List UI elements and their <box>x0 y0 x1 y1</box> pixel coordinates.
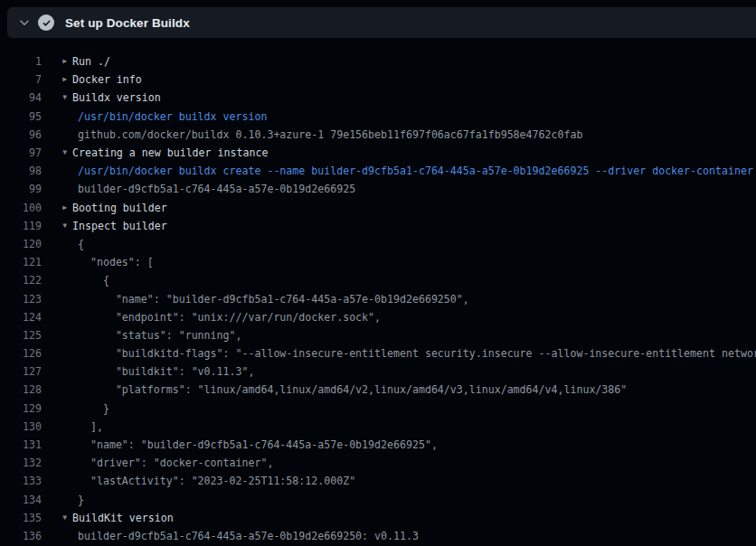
line-number[interactable]: 120 <box>0 238 42 250</box>
step-header[interactable]: Set up Docker Buildx <box>7 7 756 38</box>
chevron-down-icon <box>11 16 38 29</box>
step-title: Set up Docker Buildx <box>65 16 190 30</box>
log-text: "name": "builder-d9cfb5a1-c764-445a-a57e… <box>78 293 469 306</box>
line-number[interactable]: 94 <box>0 91 42 104</box>
log-line: 121 "nodes": [ <box>0 253 756 271</box>
log-line: 122 { <box>0 271 756 289</box>
log-text: } <box>78 402 109 415</box>
log-line: 123 "name": "builder-d9cfb5a1-c764-445a-… <box>0 289 756 307</box>
log-line: 127 "buildkit": "v0.11.3", <box>0 362 756 381</box>
log-text: "name": "builder-d9cfb5a1-c764-445a-a57e… <box>78 438 438 451</box>
log-line[interactable]: 94 ▼ Buildx version <box>0 89 756 107</box>
expanded-triangle-icon: ▼ <box>42 509 72 527</box>
log-line: 130 ], <box>0 418 756 436</box>
log-line: 133 "lastActivity": "2023-02-25T11:58:12… <box>0 472 756 490</box>
log-text: { <box>78 238 84 250</box>
log-line: 134 } <box>0 491 756 509</box>
line-number[interactable]: 123 <box>0 293 42 306</box>
expanded-triangle-icon: ▼ <box>42 144 72 162</box>
log-line[interactable]: 135 ▼ BuildKit version <box>0 509 756 527</box>
line-number[interactable]: 126 <box>0 347 42 360</box>
line-number[interactable]: 132 <box>0 457 42 469</box>
log-line: 128 "platforms": "linux/amd64,linux/amd6… <box>0 381 756 399</box>
line-number[interactable]: 97 <box>0 146 42 159</box>
line-number[interactable]: 119 <box>0 220 42 232</box>
line-number[interactable]: 134 <box>0 494 42 506</box>
log-text: Inspect builder <box>72 220 167 232</box>
line-number[interactable]: 136 <box>0 530 42 542</box>
line-number[interactable]: 96 <box>0 128 42 141</box>
log-line: 132 "driver": "docker-container", <box>0 454 756 472</box>
line-number[interactable]: 121 <box>0 256 42 268</box>
line-number[interactable]: 127 <box>0 365 42 378</box>
log-line: 98 /usr/bin/docker buildx create --name … <box>0 162 756 180</box>
log-lines: 1 ▶ Run ./ 7 ▶ Docker info 94 ▼ Buildx v… <box>0 52 756 545</box>
expanded-triangle-icon: ▼ <box>42 217 72 235</box>
log-line[interactable]: 100 ▶ Booting builder <box>0 199 756 217</box>
log-line[interactable]: 1 ▶ Run ./ <box>0 52 756 71</box>
log-line: 125 "status": "running", <box>0 326 756 344</box>
log-text: Creating a new builder instance <box>72 146 268 159</box>
log-text: builder-d9cfb5a1-c764-445a-a57e-0b19d2e6… <box>78 183 355 195</box>
check-circle-icon <box>38 14 54 31</box>
line-number[interactable]: 124 <box>0 311 42 324</box>
log-line[interactable]: 7 ▶ Docker info <box>0 71 756 89</box>
log-text: Run ./ <box>72 55 110 68</box>
log-line: 124 "endpoint": "unix:///var/run/docker.… <box>0 308 756 326</box>
log-text: { <box>78 274 109 287</box>
line-number[interactable]: 129 <box>0 402 42 415</box>
log-text: BuildKit version <box>72 512 174 524</box>
log-text: "nodes": [ <box>78 256 154 268</box>
log-text: "driver": "docker-container", <box>78 457 273 469</box>
log-text: Buildx version <box>72 91 161 104</box>
line-number[interactable]: 122 <box>0 274 42 287</box>
log-text: builder-d9cfb5a1-c764-445a-a57e-0b19d2e6… <box>78 530 419 542</box>
expanded-triangle-icon: ▼ <box>42 89 72 107</box>
log-line[interactable]: 119 ▼ Inspect builder <box>0 217 756 235</box>
collapsed-triangle-icon: ▶ <box>42 199 72 217</box>
log-line: 126 "buildkitd-flags": "--allow-insecure… <box>0 344 756 362</box>
log-text: "status": "running", <box>78 329 241 342</box>
log-text: Booting builder <box>72 202 167 214</box>
line-number[interactable]: 131 <box>0 438 42 451</box>
log-line: 136 builder-d9cfb5a1-c764-445a-a57e-0b19… <box>0 527 756 545</box>
line-number[interactable]: 135 <box>0 512 42 524</box>
line-number[interactable]: 95 <box>0 110 42 123</box>
log-text: /usr/bin/docker buildx create --name bui… <box>78 165 753 177</box>
log-text: ], <box>78 420 103 433</box>
log-text: } <box>78 494 84 506</box>
log-text: "lastActivity": "2023-02-25T11:58:12.000… <box>78 475 355 487</box>
actions-log-panel: Set up Docker Buildx 1 ▶ Run ./ 7 ▶ Dock… <box>0 0 756 546</box>
log-line: 96 github.com/docker/buildx 0.10.3+azure… <box>0 126 756 144</box>
line-number[interactable]: 99 <box>0 183 42 195</box>
line-number[interactable]: 100 <box>0 202 42 214</box>
line-number[interactable]: 7 <box>0 73 42 86</box>
log-text: "buildkit": "v0.11.3", <box>78 365 254 378</box>
log-line[interactable]: 97 ▼ Creating a new builder instance <box>0 144 756 162</box>
line-number[interactable]: 133 <box>0 475 42 487</box>
line-number[interactable]: 125 <box>0 329 42 342</box>
log-line: 120 { <box>0 235 756 253</box>
log-text: "buildkitd-flags": "--allow-insecure-ent… <box>78 347 756 360</box>
log-text: Docker info <box>72 73 142 86</box>
log-line: 131 "name": "builder-d9cfb5a1-c764-445a-… <box>0 436 756 454</box>
line-number[interactable]: 130 <box>0 420 42 433</box>
log-text: /usr/bin/docker buildx version <box>78 110 267 123</box>
log-text: "platforms": "linux/amd64,linux/amd64/v2… <box>78 383 627 396</box>
line-number[interactable]: 1 <box>0 55 42 68</box>
log-text: "endpoint": "unix:///var/run/docker.sock… <box>78 311 381 324</box>
log-line: 95 /usr/bin/docker buildx version <box>0 108 756 126</box>
collapsed-triangle-icon: ▶ <box>42 71 72 89</box>
collapsed-triangle-icon: ▶ <box>42 52 72 71</box>
line-number[interactable]: 98 <box>0 165 42 177</box>
log-line: 129 } <box>0 400 756 418</box>
log-line: 99 builder-d9cfb5a1-c764-445a-a57e-0b19d… <box>0 180 756 198</box>
line-number[interactable]: 128 <box>0 383 42 396</box>
log-text: github.com/docker/buildx 0.10.3+azure-1 … <box>78 128 582 141</box>
